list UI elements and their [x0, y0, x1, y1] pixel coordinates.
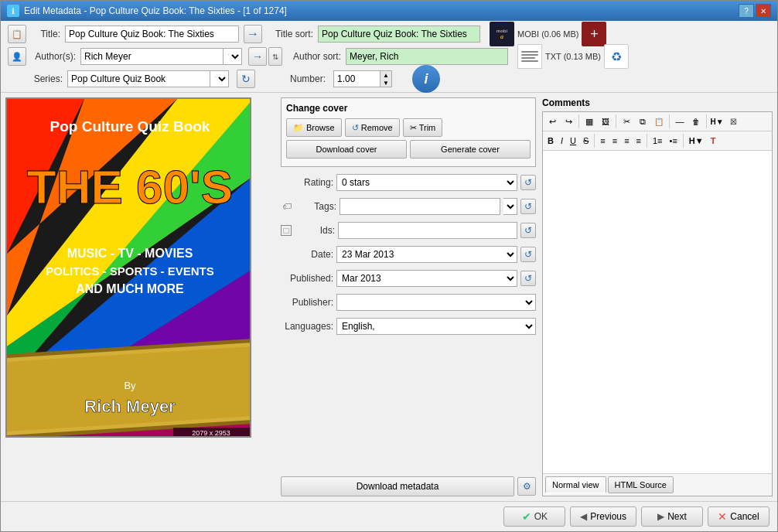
ok-button[interactable]: ✔ OK: [503, 506, 565, 527]
publisher-select[interactable]: [336, 294, 536, 311]
remove-button[interactable]: ↺ Remove: [345, 118, 400, 137]
rating-label: Rating:: [281, 177, 333, 188]
toolbar-sep-3: [669, 114, 670, 128]
info-button[interactable]: i: [412, 65, 440, 93]
align-center-btn[interactable]: ≡: [609, 133, 620, 148]
bold-btn[interactable]: B: [544, 133, 557, 148]
cover-image: Pop Culture Quiz Book THE 60'S MUSIC - T…: [5, 97, 251, 438]
align-left-btn[interactable]: ≡: [597, 133, 608, 148]
redo-btn[interactable]: ↪: [561, 114, 576, 129]
align-right-btn[interactable]: ≡: [621, 133, 632, 148]
author-sort-input[interactable]: [346, 48, 508, 65]
series-refresh-btn[interactable]: ↻: [237, 70, 255, 88]
author-select[interactable]: ▼: [224, 48, 242, 65]
comments-text-area[interactable]: [543, 151, 772, 473]
browse-icon: 📁: [293, 123, 304, 133]
title-input[interactable]: [65, 26, 239, 43]
author-swap-btn[interactable]: ⇅: [268, 47, 282, 66]
html-source-tab[interactable]: HTML Source: [608, 476, 674, 493]
generate-cover-button[interactable]: Generate cover: [410, 140, 531, 159]
italic-btn[interactable]: I: [558, 133, 566, 148]
recycle-btn[interactable]: ♻: [604, 44, 629, 69]
image-btn[interactable]: 🖼: [598, 114, 613, 129]
tags-dropdown[interactable]: ▼: [503, 198, 517, 215]
number-label: Number:: [283, 73, 326, 84]
rating-select[interactable]: 0 stars 1 star 2 stars 3 stars 4 stars 5…: [336, 174, 517, 191]
published-label: Published:: [281, 273, 333, 284]
remove-format-btn[interactable]: T: [708, 133, 719, 148]
hr-btn[interactable]: —: [672, 114, 688, 129]
author-icon-btn[interactable]: 👤: [8, 47, 26, 66]
browse-button[interactable]: 📁 Browse: [286, 118, 342, 137]
tags-refresh-btn[interactable]: ↺: [520, 199, 536, 214]
published-select[interactable]: Mar 2013: [336, 270, 517, 287]
author-arrow-btn[interactable]: →: [248, 47, 267, 66]
help-button[interactable]: ?: [739, 4, 754, 18]
remove-style-btn[interactable]: ☒: [725, 114, 741, 129]
title-arrow-btn[interactable]: →: [244, 25, 262, 43]
number-input[interactable]: [333, 70, 380, 87]
series-label: Series:: [33, 73, 63, 84]
date-refresh-btn[interactable]: ↺: [520, 247, 536, 262]
number-up-btn[interactable]: ▲: [380, 71, 391, 79]
trim-button[interactable]: ✂ Trim: [403, 118, 443, 137]
download-cover-button[interactable]: Download cover: [286, 140, 407, 159]
rating-refresh-btn[interactable]: ↺: [520, 175, 536, 190]
cover-panel: Pop Culture Quiz Book THE 60'S MUSIC - T…: [5, 97, 275, 496]
published-row: Published: Mar 2013 ↺: [281, 269, 536, 288]
view-tabs: Normal view HTML Source: [543, 473, 772, 496]
date-row: Date: 23 Mar 2013 ↺: [281, 245, 536, 264]
download-meta-config-btn[interactable]: ⚙: [517, 477, 536, 496]
heading-btn[interactable]: H▼: [686, 133, 707, 148]
published-refresh-btn[interactable]: ↺: [520, 271, 536, 286]
rating-row: Rating: 0 stars 1 star 2 stars 3 stars 4…: [281, 173, 536, 192]
title-icon-btn[interactable]: 📋: [8, 25, 26, 43]
remove-icon: ↺: [352, 123, 359, 133]
table-btn[interactable]: ▦: [582, 114, 597, 129]
number-down-btn[interactable]: ▼: [380, 79, 391, 87]
svg-text:Pop Culture Quiz Book: Pop Culture Quiz Book: [50, 118, 210, 135]
copy-btn[interactable]: ⧉: [635, 114, 650, 129]
undo-btn[interactable]: ↩: [544, 114, 560, 129]
tags-icon: 🏷: [281, 200, 293, 213]
toolbar-sep-2: [616, 114, 616, 128]
paste-btn[interactable]: 📋: [651, 114, 667, 129]
author-input[interactable]: [80, 48, 224, 65]
ids-input[interactable]: [338, 222, 517, 239]
underline-btn[interactable]: U: [567, 133, 579, 148]
ids-row: □ Ids: ↺: [281, 221, 536, 240]
normal-view-tab[interactable]: Normal view: [545, 476, 606, 493]
languages-select[interactable]: English,: [336, 318, 536, 335]
next-button[interactable]: ▶ Next: [641, 506, 703, 527]
cancel-button[interactable]: ✕ Cancel: [708, 506, 769, 527]
svg-text:THE 60'S: THE 60'S: [27, 160, 233, 213]
toolbar-sep-1: [578, 114, 579, 128]
date-select[interactable]: 23 Mar 2013: [336, 246, 517, 263]
publisher-row: Publisher:: [281, 293, 536, 312]
toolbar-sep-4: [706, 114, 707, 128]
download-metadata-button[interactable]: Download metadata: [281, 476, 514, 496]
mobi-label: MOBI (0.06 MB): [517, 29, 578, 39]
series-input[interactable]: [67, 70, 210, 87]
cut-btn[interactable]: ✂: [619, 114, 634, 129]
toolbar-sep-6: [647, 134, 647, 148]
unordered-list-btn[interactable]: •≡: [667, 133, 681, 148]
align-justify-btn[interactable]: ≡: [633, 133, 644, 148]
cancel-icon: ✕: [718, 510, 727, 523]
title-sort-input[interactable]: [318, 26, 480, 43]
previous-button[interactable]: ◀ Previous: [570, 506, 636, 527]
publisher-label: Publisher:: [281, 297, 333, 308]
close-button[interactable]: ✕: [756, 4, 771, 18]
author-sort-label: Author sort:: [287, 51, 341, 62]
add-file-button[interactable]: +: [582, 22, 606, 46]
font-btn[interactable]: H▼: [709, 114, 725, 129]
tags-input[interactable]: [340, 198, 500, 215]
title-label: Title:: [33, 29, 60, 39]
clear-btn[interactable]: 🗑: [688, 114, 704, 129]
strikethrough-btn[interactable]: S: [580, 133, 592, 148]
ok-icon: ✔: [522, 510, 531, 523]
change-cover-title: Change cover: [286, 103, 531, 114]
ordered-list-btn[interactable]: 1≡: [650, 133, 666, 148]
ids-refresh-btn[interactable]: ↺: [520, 223, 536, 238]
series-select[interactable]: ▼: [210, 70, 229, 87]
